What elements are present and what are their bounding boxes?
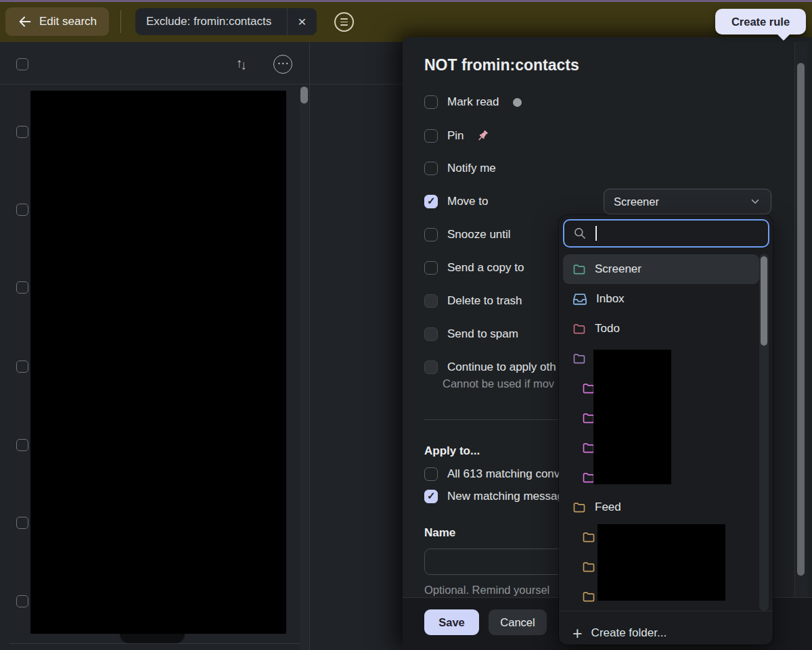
row-checkbox[interactable]	[16, 126, 28, 138]
list-bottom-tab	[120, 634, 185, 643]
create-rule-tooltip-arrow	[777, 34, 790, 41]
apply-new-checkbox[interactable]	[424, 490, 438, 503]
folder-icon	[572, 322, 586, 335]
plus-icon: +	[572, 626, 583, 640]
folder-icon	[582, 530, 595, 544]
folder-item-feed[interactable]: Feed	[563, 492, 759, 522]
create-rule-button[interactable]: Create rule	[715, 9, 806, 34]
folder-icon	[582, 590, 595, 603]
unread-dot-icon	[513, 98, 522, 107]
filter-lines-icon[interactable]	[334, 12, 354, 32]
action-row-mark-read[interactable]: Mark read	[424, 95, 522, 109]
folder-search-input[interactable]	[563, 219, 769, 248]
inbox-icon	[572, 292, 587, 306]
apply-new-row[interactable]: New matching messag	[424, 490, 564, 503]
continue-apply-checkbox[interactable]	[424, 361, 438, 374]
name-heading: Name	[424, 526, 455, 540]
topbar	[0, 2, 812, 42]
close-icon: ×	[298, 14, 306, 30]
select-all-checkbox[interactable]	[16, 58, 28, 70]
move-to-select-value: Screener	[614, 195, 659, 208]
create-rule-label: Create rule	[731, 16, 790, 28]
continue-apply-note: Cannot be used if mov	[443, 377, 554, 390]
app-window: Edit search Exclude: fromin:contacts × C…	[0, 0, 812, 650]
folder-item-inbox[interactable]: Inbox	[563, 284, 759, 314]
dialog-scrollbar-thumb[interactable]	[797, 63, 805, 576]
delete-trash-checkbox[interactable]	[424, 294, 438, 308]
apply-all-row[interactable]: All 613 matching conv	[424, 467, 560, 481]
row-checkbox[interactable]	[16, 517, 28, 529]
back-arrow-icon	[18, 14, 32, 29]
action-row-continue-apply[interactable]: Continue to apply oth	[424, 361, 556, 374]
action-row-notify-me[interactable]: Notify me	[424, 162, 496, 175]
folder-icon	[572, 352, 586, 365]
action-row-delete-trash[interactable]: Delete to trash	[424, 294, 522, 308]
list-bottom-divider	[9, 643, 301, 644]
row-checkbox[interactable]	[16, 361, 28, 373]
panel-divider	[309, 42, 310, 650]
row-checkbox[interactable]	[16, 204, 28, 216]
create-folder-label: Create folder...	[591, 626, 667, 640]
topbar-separator	[120, 10, 121, 33]
pushpin-icon	[475, 129, 490, 143]
dropdown-divider	[559, 611, 773, 611]
dropdown-scrollbar-thumb[interactable]	[761, 256, 767, 346]
folder-icon	[572, 262, 586, 276]
folder-item-screener[interactable]: Screener	[563, 254, 759, 284]
sort-icon[interactable]: ↑↓	[236, 56, 245, 71]
apply-to-heading: Apply to...	[424, 444, 480, 458]
list-scrollbar-track[interactable]	[300, 87, 309, 650]
list-header	[0, 42, 403, 85]
send-copy-checkbox[interactable]	[424, 261, 438, 275]
move-to-select[interactable]: Screener	[604, 189, 771, 214]
name-helper-text: Optional. Remind yoursel	[424, 584, 549, 597]
row-checkbox[interactable]	[16, 439, 28, 451]
search-token-label: Exclude: fromin:contacts	[135, 15, 282, 28]
more-options-icon[interactable]: ⋯	[273, 55, 292, 74]
apply-all-checkbox[interactable]	[424, 467, 438, 481]
rule-dialog-title: NOT fromin:contacts	[424, 56, 579, 74]
search-icon	[573, 227, 587, 240]
move-to-checkbox[interactable]	[424, 195, 438, 208]
action-row-move-to[interactable]: Move to	[424, 195, 488, 208]
send-spam-checkbox[interactable]	[424, 327, 438, 341]
create-folder-button[interactable]: + Create folder...	[572, 618, 667, 648]
cancel-button[interactable]: Cancel	[489, 609, 547, 635]
folder-icon	[572, 501, 586, 514]
snooze-until-checkbox[interactable]	[424, 228, 438, 241]
action-row-pin[interactable]: Pin	[424, 129, 490, 143]
text-cursor	[595, 226, 597, 241]
notify-me-checkbox[interactable]	[424, 162, 438, 175]
redacted-folder-labels	[593, 350, 671, 484]
folder-item-todo[interactable]: Todo	[563, 314, 759, 344]
redacted-folder-labels	[597, 524, 725, 601]
list-scrollbar-thumb[interactable]	[300, 87, 308, 103]
chevron-down-icon	[749, 195, 761, 208]
folder-dropdown: Screener Inbox Todo	[559, 215, 773, 645]
redacted-email-list	[30, 91, 286, 634]
action-row-snooze-until[interactable]: Snooze until	[424, 228, 511, 241]
remove-search-token-button[interactable]: ×	[287, 8, 317, 35]
edit-search-button[interactable]: Edit search	[5, 7, 109, 36]
folder-icon	[582, 560, 595, 574]
row-checkbox[interactable]	[16, 281, 28, 294]
pin-checkbox[interactable]	[424, 129, 438, 143]
mark-read-checkbox[interactable]	[424, 95, 438, 109]
edit-search-label: Edit search	[39, 15, 97, 28]
row-checkbox[interactable]	[16, 595, 28, 607]
save-button[interactable]: Save	[424, 609, 479, 635]
action-row-send-spam[interactable]: Send to spam	[424, 327, 518, 341]
action-row-send-copy[interactable]: Send a copy to	[424, 261, 524, 275]
